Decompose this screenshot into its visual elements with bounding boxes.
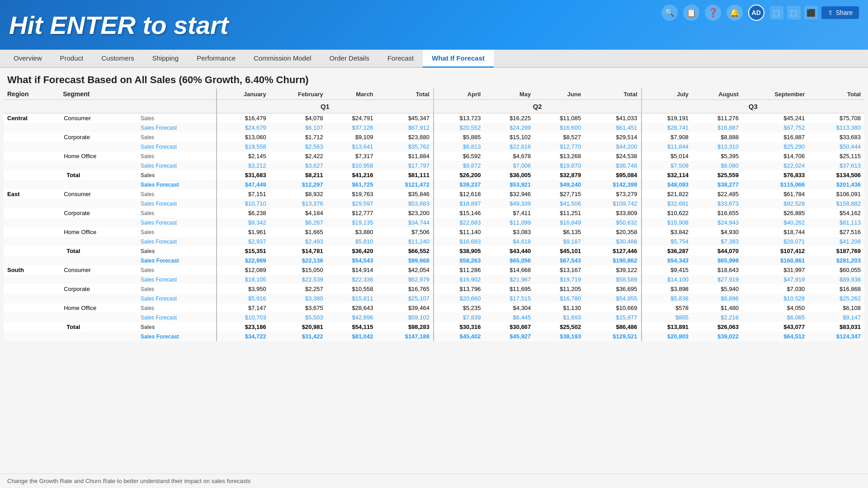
cell-q1-1: $3,380 xyxy=(270,294,327,303)
tab-order-details[interactable]: Order Details xyxy=(321,50,378,68)
tab-overview[interactable]: Overview xyxy=(5,50,51,68)
cell-q3-1: $11,276 xyxy=(692,113,742,123)
cell-q2-1: $17,515 xyxy=(484,294,534,303)
page-title: What if Forecast Based on All Sales (60%… xyxy=(0,68,868,89)
cell-q3-1: $5,395 xyxy=(692,151,742,161)
share-button[interactable]: ⇧ Share xyxy=(821,6,859,19)
cell-q3-0: $865 xyxy=(642,313,693,322)
cell-region xyxy=(4,332,59,341)
cell-q1-1: $22,136 xyxy=(270,256,327,265)
cell-q2-1: $53,921 xyxy=(484,180,534,189)
cell-q2-0: $45,402 xyxy=(434,332,485,341)
cell-q2-0: $20,552 xyxy=(434,123,485,132)
tab-shipping[interactable]: Shipping xyxy=(143,50,188,68)
cell-segment: Consumer xyxy=(59,113,139,123)
cell-q2-3: $190,862 xyxy=(585,256,641,265)
cell-q3-1: $27,919 xyxy=(692,275,742,284)
col-q1-mar: March xyxy=(327,89,377,100)
cell-q2-3: $15,977 xyxy=(585,313,641,322)
cell-segment xyxy=(59,142,139,151)
search-icon[interactable]: 🔍 xyxy=(661,5,678,21)
col-q2-jun: June xyxy=(534,89,585,100)
cell-q3-3: $187,769 xyxy=(808,246,864,256)
quarter-q3-label: Q3 xyxy=(642,100,865,113)
col-q1-total: Total xyxy=(377,89,434,100)
table-row: TotalSales$31,683$8,211$41,216$81,111$26… xyxy=(4,170,864,180)
tab-commission-model[interactable]: Commission Model xyxy=(245,50,321,68)
table-row: Sales Forecast$24,679$6,107$37,126$67,91… xyxy=(4,123,864,132)
cell-q2-3: $73,279 xyxy=(585,189,641,199)
cell-q1-3: $59,102 xyxy=(377,313,434,322)
cell-q1-1: $2,493 xyxy=(270,237,327,246)
cell-q1-1: $3,675 xyxy=(270,303,327,313)
bell-icon[interactable]: 🔔 xyxy=(726,5,743,21)
cell-segment: Consumer xyxy=(59,265,139,275)
cell-q3-0: $578 xyxy=(642,303,693,313)
docs-icon[interactable]: 📋 xyxy=(683,5,699,21)
fullscreen-icon[interactable]: ⬚ xyxy=(770,6,783,19)
cell-q3-1: $22,485 xyxy=(692,189,742,199)
cell-q1-3: $81,111 xyxy=(377,170,434,180)
cell-q2-3: $61,451 xyxy=(585,123,641,132)
cell-q3-1: $4,930 xyxy=(692,227,742,237)
cell-q3-0: $48,093 xyxy=(642,180,693,189)
cell-q1-0: $7,151 xyxy=(217,189,270,199)
cell-segment: Total xyxy=(59,246,139,256)
cell-q3-3: $25,262 xyxy=(808,294,864,303)
tab-what-if-forecast[interactable]: What If Forecast xyxy=(423,50,494,68)
help-icon[interactable]: ❓ xyxy=(705,5,721,21)
cell-q1-0: $22,989 xyxy=(217,256,270,265)
cell-q1-0: $18,105 xyxy=(217,275,270,284)
tab-performance[interactable]: Performance xyxy=(188,50,245,68)
cell-q2-1: $3,083 xyxy=(484,227,534,237)
cell-q2-1: $11,099 xyxy=(484,218,534,227)
cell-q2-0: $38,905 xyxy=(434,246,485,256)
cell-region xyxy=(4,123,59,132)
cell-q1-0: $10,710 xyxy=(217,199,270,208)
cell-q3-2: $45,241 xyxy=(742,113,808,123)
cell-q3-1: $26,063 xyxy=(692,322,742,332)
cell-region: South xyxy=(4,265,59,275)
cell-q1-3: $34,744 xyxy=(377,218,434,227)
cell-q2-3: $39,122 xyxy=(585,265,641,275)
cell-q1-0: $9,342 xyxy=(217,218,270,227)
cell-q3-2: $92,528 xyxy=(742,199,808,208)
nav-tabs: Overview Product Customers Shipping Perf… xyxy=(0,50,868,68)
cell-q1-2: $10,558 xyxy=(327,284,377,294)
cell-segment: Total xyxy=(59,322,139,332)
cell-q1-1: $4,078 xyxy=(270,113,327,123)
table-row: Sales Forecast$9,342$6,267$19,135$34,744… xyxy=(4,218,864,227)
tab-forecast[interactable]: Forecast xyxy=(378,50,423,68)
cell-q1-3: $99,668 xyxy=(377,256,434,265)
data-table-container[interactable]: Region Segment January February March To… xyxy=(0,89,868,466)
cell-q2-2: $13,167 xyxy=(534,265,585,275)
cell-q1-3: $17,797 xyxy=(377,161,434,170)
cell-q2-2: $16,600 xyxy=(534,123,585,132)
table-row: CorporateSales$6,238$4,184$12,777$23,200… xyxy=(4,208,864,218)
cell-q1-2: $41,216 xyxy=(327,170,377,180)
cell-q3-2: $14,706 xyxy=(742,151,808,161)
embed-icon[interactable]: ⬛ xyxy=(804,6,818,19)
cell-q1-1: $1,712 xyxy=(270,132,327,142)
cell-q1-1: $2,257 xyxy=(270,284,327,294)
cell-segment xyxy=(59,313,139,322)
cell-q1-1: $20,981 xyxy=(270,322,327,332)
table-row: Sales Forecast$10,710$13,376$29,597$53,6… xyxy=(4,199,864,208)
table-row: Sales Forecast$47,449$12,297$61,725$121,… xyxy=(4,180,864,189)
cell-q3-2: $28,071 xyxy=(742,237,808,246)
cell-q1-2: $42,896 xyxy=(327,313,377,322)
table-row: Sales Forecast$5,916$3,380$15,811$25,107… xyxy=(4,294,864,303)
cell-q2-3: $127,446 xyxy=(585,246,641,256)
cell-q3-2: $16,887 xyxy=(742,132,808,142)
avatar[interactable]: AD xyxy=(748,5,764,21)
tab-product[interactable]: Product xyxy=(51,50,93,68)
cell-q1-3: $11,884 xyxy=(377,151,434,161)
present-icon[interactable]: ⬚ xyxy=(787,6,801,19)
cell-q3-2: $47,919 xyxy=(742,275,808,284)
cell-segment xyxy=(59,332,139,341)
tab-customers[interactable]: Customers xyxy=(92,50,143,68)
cell-q3-3: $81,113 xyxy=(808,218,864,227)
cell-q2-2: $32,879 xyxy=(534,170,585,180)
cell-type: Sales xyxy=(139,265,217,275)
cell-q3-3: $106,091 xyxy=(808,189,864,199)
